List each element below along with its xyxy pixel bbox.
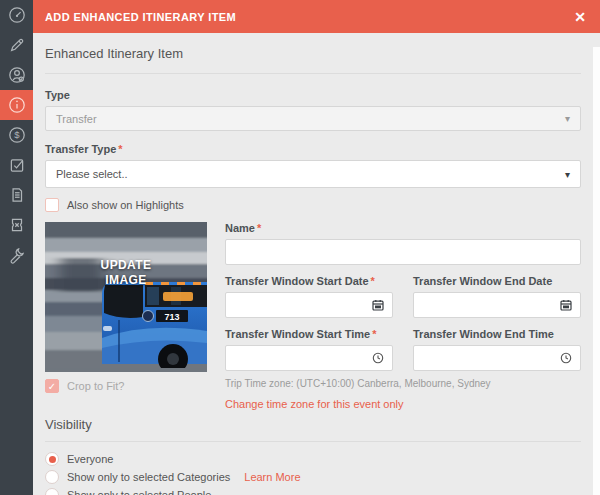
transfer-type-select[interactable]: Please select.. ▾: [45, 160, 581, 188]
name-input[interactable]: [225, 239, 581, 265]
radio-selected-categories[interactable]: Show only to selected Categories Learn M…: [45, 468, 581, 486]
radio-everyone-label: Everyone: [67, 453, 113, 465]
highlights-checkbox-label: Also show on Highlights: [67, 199, 184, 211]
modal: ADD ENHANCED ITINERARY ITEM ✕ Enhanced I…: [33, 0, 600, 495]
end-time-input[interactable]: [413, 345, 581, 371]
radio-button-icon[interactable]: [45, 470, 59, 484]
chevron-down-icon: ▾: [565, 113, 570, 124]
highlights-checkbox[interactable]: [45, 198, 59, 212]
image-column: 713 UPDATE IMAGE: [45, 222, 207, 412]
end-date-field: Transfer Window End Date: [413, 275, 581, 318]
start-time-label: Transfer Window Start Time*: [225, 328, 393, 341]
bus-photo: 713: [45, 222, 207, 372]
scrollbar[interactable]: [593, 47, 600, 495]
start-time-input[interactable]: [225, 345, 393, 371]
radio-categories-label: Show only to selected Categories: [67, 471, 230, 483]
modal-header: ADD ENHANCED ITINERARY ITEM ✕: [33, 0, 600, 33]
name-label: Name*: [225, 222, 581, 235]
sidebar-item-edit[interactable]: [0, 30, 33, 60]
section-title-visibility: Visibility: [45, 418, 581, 442]
modal-body: Enhanced Itinerary Item Type Transfer ▾ …: [33, 47, 600, 495]
end-time-field: Transfer Window End Time: [413, 328, 581, 371]
check-icon: ✓: [48, 381, 56, 392]
svg-text:$: $: [14, 129, 20, 140]
fields-column: Name* Transfer Window Start Date*: [225, 222, 581, 412]
change-timezone-link[interactable]: Change time zone for this event only: [225, 398, 404, 411]
attendees-person-icon: [8, 66, 26, 84]
chevron-down-icon: ▾: [565, 169, 570, 180]
update-image-button[interactable]: 713 UPDATE IMAGE: [45, 222, 207, 372]
sidebar-item-tools[interactable]: [0, 240, 33, 270]
crop-checkbox-row: ✓ Crop to Fit?: [45, 379, 207, 393]
start-date-input[interactable]: [225, 292, 393, 318]
start-date-label: Transfer Window Start Date*: [225, 275, 393, 288]
end-date-label: Transfer Window End Date: [413, 275, 581, 288]
calendar-icon[interactable]: [372, 299, 384, 311]
type-label: Type: [45, 89, 581, 102]
type-select: Transfer ▾: [45, 106, 581, 131]
sidebar-item-info[interactable]: [0, 90, 33, 120]
start-date-field: Transfer Window Start Date*: [225, 275, 393, 318]
radio-people-label: Show only to selected People: [67, 489, 211, 495]
tools-wrench-icon: [8, 246, 26, 264]
highlights-checkbox-row: Also show on Highlights: [45, 198, 581, 212]
end-time-label: Transfer Window End Time: [413, 328, 581, 341]
sidebar-item-budget[interactable]: $: [0, 120, 33, 150]
radio-selected-people[interactable]: Show only to selected People: [45, 486, 581, 495]
end-date-input[interactable]: [413, 292, 581, 318]
ticket-icon: [8, 216, 26, 234]
learn-more-link[interactable]: Learn More: [244, 471, 300, 483]
dashboard-icon: [8, 6, 26, 24]
crop-checkbox: ✓: [45, 379, 59, 393]
modal-title: ADD ENHANCED ITINERARY ITEM: [45, 11, 236, 23]
add-itinerary-modal: $ ADD ENHANCED ITINERARY ITEM: [0, 0, 600, 495]
radio-button-icon[interactable]: [45, 488, 59, 495]
clock-icon[interactable]: [560, 352, 572, 364]
document-icon: [8, 186, 26, 204]
checklist-icon: [8, 156, 26, 174]
sidebar-item-checklist[interactable]: [0, 150, 33, 180]
clock-icon[interactable]: [372, 352, 384, 364]
svg-text:713: 713: [164, 312, 179, 322]
close-icon[interactable]: ✕: [574, 10, 586, 24]
type-select-value: Transfer: [56, 113, 97, 125]
transfer-type-placeholder: Please select..: [56, 168, 128, 180]
sidebar: $: [0, 0, 33, 495]
calendar-icon[interactable]: [560, 299, 572, 311]
radio-everyone[interactable]: Everyone: [45, 450, 581, 468]
budget-dollar-icon: $: [8, 126, 26, 144]
edit-pencil-icon: [8, 36, 26, 54]
crop-checkbox-label: Crop to Fit?: [67, 380, 124, 392]
sidebar-item-dashboard[interactable]: [0, 0, 33, 30]
transfer-type-label: Transfer Type*: [45, 143, 581, 156]
sidebar-item-ticket[interactable]: [0, 210, 33, 240]
sidebar-item-attendees[interactable]: [0, 60, 33, 90]
visibility-options: Everyone Show only to selected Categorie…: [45, 450, 581, 495]
start-time-field: Transfer Window Start Time*: [225, 328, 393, 371]
sidebar-item-document[interactable]: [0, 180, 33, 210]
radio-button-icon[interactable]: [45, 452, 59, 466]
timezone-note: Trip Time zone: (UTC+10:00) Canberra, Me…: [225, 378, 581, 390]
update-image-overlay: UPDATE IMAGE: [45, 258, 207, 288]
section-title-item: Enhanced Itinerary Item: [45, 47, 581, 74]
info-icon: [8, 96, 26, 114]
